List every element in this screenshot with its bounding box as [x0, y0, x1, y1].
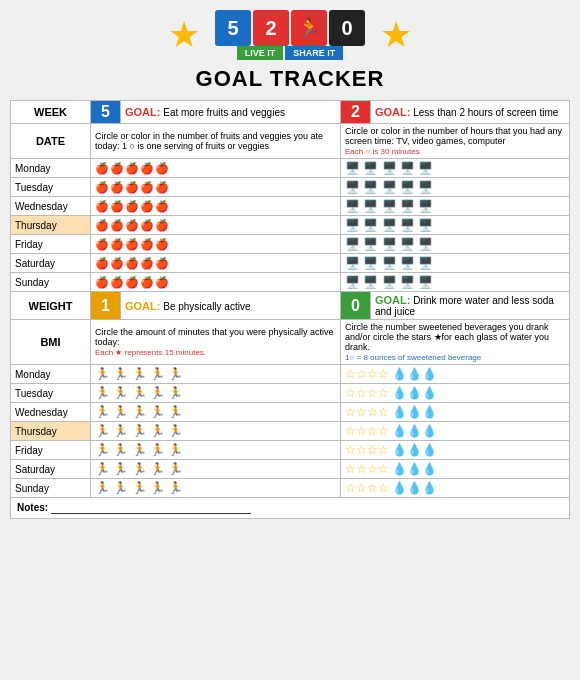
- table-row: Saturday 🏃 🏃 🏃 🏃 🏃 ☆☆☆☆ 💧💧💧: [11, 460, 570, 479]
- day-saturday: Saturday: [11, 254, 91, 273]
- day-tuesday-b: Tuesday: [11, 384, 91, 403]
- logo-num-2: 2: [253, 10, 289, 46]
- day-sunday-b: Sunday: [11, 479, 91, 498]
- star-left: ★: [168, 14, 200, 56]
- logo: 5 2 🏃 0 LIVE IT SHARE IT: [215, 10, 365, 60]
- table-row: Monday 🏃 🏃 🏃 🏃 🏃 ☆☆☆☆ 💧💧💧: [11, 365, 570, 384]
- person-friday: 🏃 🏃 🏃 🏃 🏃: [91, 441, 341, 460]
- table-row: Thursday 🍎🍎🍎🍎🍎 🖥️ 🖥️ 🖥️ 🖥️ 🖥️: [11, 216, 570, 235]
- day-wednesday-b: Wednesday: [11, 403, 91, 422]
- day-thursday-top: Thursday: [11, 216, 91, 235]
- goal3-text: GOAL: Be physically active: [125, 301, 251, 312]
- person-saturday: 🏃 🏃 🏃 🏃 🏃: [91, 460, 341, 479]
- fruits-thursday: 🍎🍎🍎🍎🍎: [91, 216, 341, 235]
- day-wednesday: Wednesday: [11, 197, 91, 216]
- goal1-number: 5: [91, 101, 121, 124]
- fruits-friday: 🍎🍎🍎🍎🍎: [91, 235, 341, 254]
- day-monday: Monday: [11, 159, 91, 178]
- table-row: Thursday 🏃 🏃 🏃 🏃 🏃 ☆☆☆☆ 💧💧💧: [11, 422, 570, 441]
- logo-share-it: SHARE IT: [285, 46, 343, 60]
- screen-friday: 🖥️ 🖥️ 🖥️ 🖥️ 🖥️: [341, 235, 570, 254]
- bmi-desc1: Circle the amount of minutes that you we…: [91, 320, 341, 365]
- star-friday: ☆☆☆☆ 💧💧💧: [341, 441, 570, 460]
- notes-row: Notes:: [11, 498, 570, 519]
- date-label: DATE: [11, 124, 91, 159]
- screen-wednesday: 🖥️ 🖥️ 🖥️ 🖥️ 🖥️: [341, 197, 570, 216]
- table-row: Sunday 🏃 🏃 🏃 🏃 🏃 ☆☆☆☆ 💧💧💧: [11, 479, 570, 498]
- logo-runner: 🏃: [291, 10, 327, 46]
- day-tuesday: Tuesday: [11, 178, 91, 197]
- star-saturday: ☆☆☆☆ 💧💧💧: [341, 460, 570, 479]
- table-row: Tuesday 🏃 🏃 🏃 🏃 🏃 ☆☆☆☆ 💧💧💧: [11, 384, 570, 403]
- logo-num-0: 0: [329, 10, 365, 46]
- fruits-monday: 🍎🍎🍎🍎🍎: [91, 159, 341, 178]
- each-note1: Each ○ is 30 minutes: [345, 147, 420, 156]
- date-row: DATE Circle or color in the number of fr…: [11, 124, 570, 159]
- screen-sunday: 🖥️ 🖥️ 🖥️ 🖥️ 🖥️: [341, 273, 570, 292]
- logo-num-5: 5: [215, 10, 251, 46]
- star-tuesday: ☆☆☆☆ 💧💧💧: [341, 384, 570, 403]
- table-row: Wednesday 🏃 🏃 🏃 🏃 🏃 ☆☆☆☆ 💧💧💧: [11, 403, 570, 422]
- notes-cell: Notes:: [11, 498, 570, 519]
- goal3-number: 1: [91, 292, 121, 320]
- table-row: Saturday 🍎🍎🍎🍎🍎 🖥️ 🖥️ 🖥️ 🖥️ 🖥️: [11, 254, 570, 273]
- header: ★ 5 2 🏃 0 LIVE IT SHARE IT ★: [10, 10, 570, 60]
- day-thursday-bottom: Thursday: [11, 422, 91, 441]
- fruits-saturday: 🍎🍎🍎🍎🍎: [91, 254, 341, 273]
- date-desc1: Circle or color in the number of fruits …: [91, 124, 341, 159]
- day-monday-b: Monday: [11, 365, 91, 384]
- person-tuesday: 🏃 🏃 🏃 🏃 🏃: [91, 384, 341, 403]
- screen-saturday: 🖥️ 🖥️ 🖥️ 🖥️ 🖥️: [341, 254, 570, 273]
- screen-monday: 🖥️ 🖥️ 🖥️ 🖥️ 🖥️: [341, 159, 570, 178]
- star-sunday: ☆☆☆☆ 💧💧💧: [341, 479, 570, 498]
- week-row: WEEK 5 GOAL: Eat more fruits and veggies…: [11, 101, 570, 124]
- day-saturday-b: Saturday: [11, 460, 91, 479]
- person-monday: 🏃 🏃 🏃 🏃 🏃: [91, 365, 341, 384]
- goal1-desc-cell: GOAL: Eat more fruits and veggies: [121, 101, 341, 124]
- weight-label: WEIGHT: [11, 292, 91, 320]
- fruits-wednesday: 🍎🍎🍎🍎🍎: [91, 197, 341, 216]
- goal2-text: GOAL: Less than 2 hours of screen time: [375, 107, 558, 118]
- week-label: WEEK: [11, 101, 91, 124]
- weight-row: WEIGHT 1 GOAL: Be physically active 0 GO…: [11, 292, 570, 320]
- fruits-sunday: 🍎🍎🍎🍎🍎: [91, 273, 341, 292]
- each-note3: 1○ = 8 ounces of sweetened beverage: [345, 353, 481, 362]
- fruits-tuesday: 🍎🍎🍎🍎🍎: [91, 178, 341, 197]
- date-desc2: Circle or color in the number of hours t…: [341, 124, 570, 159]
- person-sunday: 🏃 🏃 🏃 🏃 🏃: [91, 479, 341, 498]
- star-monday: ☆☆☆☆ 💧💧💧: [341, 365, 570, 384]
- star-right: ★: [380, 14, 412, 56]
- day-friday: Friday: [11, 235, 91, 254]
- table-row: Friday 🍎🍎🍎🍎🍎 🖥️ 🖥️ 🖥️ 🖥️ 🖥️: [11, 235, 570, 254]
- table-row: Friday 🏃 🏃 🏃 🏃 🏃 ☆☆☆☆ 💧💧💧: [11, 441, 570, 460]
- bmi-label: BMI: [11, 320, 91, 365]
- goal2-number: 2: [341, 101, 371, 124]
- notes-line: [51, 502, 251, 514]
- goal1-text: GOAL: Eat more fruits and veggies: [125, 107, 285, 118]
- notes-label: Notes:: [17, 502, 48, 513]
- logo-live-it: LIVE IT: [237, 46, 284, 60]
- star-wednesday: ☆☆☆☆ 💧💧💧: [341, 403, 570, 422]
- screen-thursday: 🖥️ 🖥️ 🖥️ 🖥️ 🖥️: [341, 216, 570, 235]
- table-row: Monday 🍎🍎🍎🍎🍎 🖥️ 🖥️ 🖥️ 🖥️ 🖥️: [11, 159, 570, 178]
- goal4-text: GOAL: Drink more water and less soda and…: [375, 295, 554, 317]
- each-note2: Each ★ represents 15 minutes.: [95, 348, 206, 357]
- bmi-row: BMI Circle the amount of minutes that yo…: [11, 320, 570, 365]
- screen-tuesday: 🖥️ 🖥️ 🖥️ 🖥️ 🖥️: [341, 178, 570, 197]
- page-title: GOAL TRACKER: [196, 66, 385, 92]
- day-sunday: Sunday: [11, 273, 91, 292]
- star-thursday: ☆☆☆☆ 💧💧💧: [341, 422, 570, 441]
- goal2-desc-cell: GOAL: Less than 2 hours of screen time: [371, 101, 570, 124]
- person-wednesday: 🏃 🏃 🏃 🏃 🏃: [91, 403, 341, 422]
- table-row: Tuesday 🍎🍎🍎🍎🍎 🖥️ 🖥️ 🖥️ 🖥️ 🖥️: [11, 178, 570, 197]
- goal4-desc-cell: GOAL: Drink more water and less soda and…: [371, 292, 570, 320]
- goal3-desc-cell: GOAL: Be physically active: [121, 292, 341, 320]
- day-friday-b: Friday: [11, 441, 91, 460]
- bmi-desc2: Circle the number sweetened beverages yo…: [341, 320, 570, 365]
- table-row: Wednesday 🍎🍎🍎🍎🍎 🖥️ 🖥️ 🖥️ 🖥️ 🖥️: [11, 197, 570, 216]
- person-thursday: 🏃 🏃 🏃 🏃 🏃: [91, 422, 341, 441]
- table-row: Sunday 🍎🍎🍎🍎🍎 🖥️ 🖥️ 🖥️ 🖥️ 🖥️: [11, 273, 570, 292]
- goal4-number: 0: [341, 292, 371, 320]
- tracker-table: WEEK 5 GOAL: Eat more fruits and veggies…: [10, 100, 570, 519]
